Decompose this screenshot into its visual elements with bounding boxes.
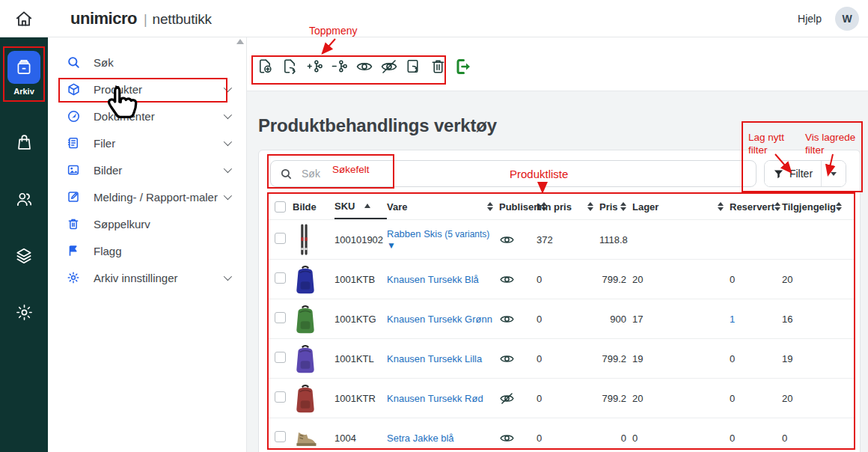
sidebar-item-label: Produkter — [94, 83, 142, 96]
sidebar-item-soppelkurv[interactable]: Søppelkurv — [48, 210, 246, 237]
rail-item-settings[interactable] — [15, 303, 34, 322]
column-header-reservert[interactable]: Reservert — [730, 194, 782, 219]
pris-cell: 900 — [599, 314, 632, 325]
pris-cell: 799.2 — [599, 274, 632, 285]
sku-cell: 1001KTB — [334, 274, 387, 285]
sort-asc-icon — [364, 204, 370, 208]
sidebar-item-label: Dokumenter — [94, 110, 155, 123]
remove-variant-icon[interactable] — [330, 57, 349, 76]
sidebar-item-label: Søppelkurv — [94, 218, 150, 230]
row-checkbox[interactable] — [275, 272, 286, 284]
published-eye-icon[interactable] — [499, 351, 531, 367]
column-header-tilgjengelig[interactable]: Tilgjengelig — [782, 194, 846, 219]
rail-item-modules[interactable] — [14, 246, 34, 266]
publish-eye-icon[interactable] — [355, 57, 373, 76]
row-checkbox[interactable] — [275, 233, 286, 244]
rail-item-arkiv[interactable]: Arkiv — [7, 51, 40, 96]
sidebar-item-produkter[interactable]: Produkter — [48, 76, 246, 103]
sidebar-item-flagg[interactable]: Flagg — [48, 237, 246, 264]
table-row: 1004 Setra Jakke blå 0 0 0 0 0 — [269, 418, 855, 452]
product-link[interactable]: Setra Jakke blå — [387, 433, 454, 444]
product-image-backpack — [293, 382, 328, 415]
column-header-vare[interactable]: Vare — [387, 194, 499, 219]
move-product-icon[interactable] — [404, 57, 423, 76]
filter-button-label: Filter — [789, 168, 813, 180]
export-icon[interactable] — [453, 57, 472, 76]
brand-divider: | — [144, 12, 147, 28]
column-header-lager[interactable]: Lager — [632, 194, 730, 219]
sidebar-item-maler[interactable]: Melding- / Rapport-maler — [48, 183, 246, 210]
inn-pris-cell: 0 — [537, 314, 599, 325]
delete-trash-icon[interactable] — [429, 57, 447, 76]
published-eye-icon[interactable] — [499, 311, 531, 327]
avatar[interactable]: W — [835, 7, 859, 31]
sidebar-item-label: Bilder — [94, 164, 122, 177]
product-link[interactable]: Knausen Tursekk Grønn — [387, 314, 492, 325]
product-link[interactable]: Rabben Skis (5 variants) ▼ — [387, 228, 489, 251]
column-header-sku[interactable]: SKU — [334, 194, 387, 219]
archive-icon — [14, 58, 34, 77]
column-header-pris[interactable]: Pris — [599, 194, 632, 219]
pris-cell: 799.2 — [599, 393, 632, 404]
product-link[interactable]: Knausen Tursekk Rød — [387, 393, 483, 404]
sidebar-scroll-up-icon[interactable] — [236, 39, 244, 44]
row-checkbox[interactable] — [275, 352, 286, 363]
add-variant-icon[interactable] — [305, 57, 324, 76]
unpublish-eye-off-icon[interactable] — [379, 57, 398, 76]
inn-pris-cell: 0 — [537, 353, 599, 364]
left-rail: Arkiv — [0, 37, 48, 452]
table-row: 100101902 Rabben Skis (5 variants) ▼ 372… — [269, 219, 855, 259]
reservert-cell[interactable]: 1 — [730, 314, 782, 325]
home-icon — [14, 9, 34, 28]
home-button[interactable] — [0, 9, 48, 28]
row-checkbox[interactable] — [275, 391, 286, 403]
brand-name: unimicro — [70, 9, 137, 28]
search-field[interactable] — [270, 160, 757, 187]
lager-cell: 0 — [632, 433, 730, 444]
chevron-down-icon — [224, 84, 232, 92]
published-eye-icon[interactable] — [499, 272, 531, 287]
search-input[interactable] — [302, 168, 391, 180]
sidebar-item-bilder[interactable]: Bilder — [48, 156, 246, 183]
sku-cell: 100101902 — [334, 234, 387, 245]
image-icon — [66, 163, 81, 177]
column-header-bilde[interactable]: Bilde — [293, 194, 334, 219]
product-table: Bilde SKU Vare Publisert Inn pris Pris L… — [269, 194, 855, 452]
help-link[interactable]: Hjelp — [798, 13, 822, 25]
published-eye-icon[interactable] — [499, 430, 531, 446]
sidebar: Søk Produkter Dokumenter Filer Bilder Me… — [48, 37, 247, 452]
lager-cell: 19 — [632, 353, 730, 364]
filter-button[interactable]: Filter — [765, 161, 822, 186]
sidebar-item-label: Filer — [94, 137, 115, 150]
trash-icon — [66, 217, 81, 230]
row-checkbox[interactable] — [275, 312, 286, 323]
pris-cell: 1118.8 — [599, 234, 632, 245]
duplicate-product-icon[interactable] — [281, 57, 299, 76]
rail-item-customers[interactable] — [14, 189, 34, 209]
product-link[interactable]: Knausen Tursekk Blå — [387, 274, 479, 285]
sidebar-item-dokumenter[interactable]: Dokumenter — [48, 103, 246, 129]
sidebar-item-sok[interactable]: Søk — [48, 49, 246, 76]
product-link[interactable]: Knausen Tursekk Lilla — [387, 353, 482, 364]
product-image-backpack — [293, 263, 328, 296]
gear-icon — [15, 303, 34, 322]
brand-suffix: nettbutikk — [153, 11, 212, 28]
tilgjengelig-cell: 0 — [782, 433, 846, 444]
lager-cell: 20 — [632, 393, 730, 404]
select-all-checkbox[interactable] — [275, 201, 286, 213]
filter-dropdown-button[interactable] — [822, 161, 846, 186]
inn-pris-cell: 0 — [537, 433, 599, 444]
column-header-publisert[interactable]: Publisert — [499, 194, 537, 219]
sidebar-item-arkiv-innstillinger[interactable]: Arkiv innstillinger — [48, 264, 246, 291]
sidebar-item-filer[interactable]: Filer — [48, 129, 246, 156]
published-eye-off-icon[interactable] — [499, 391, 531, 406]
product-panel: Filter Bilde SKU Vare Publisert Inn pris… — [258, 150, 861, 452]
reservert-cell: 0 — [730, 353, 782, 364]
rail-item-shop[interactable] — [15, 133, 34, 152]
published-eye-icon[interactable] — [499, 232, 531, 248]
sort-icon — [620, 202, 626, 211]
column-header-inn-pris[interactable]: Inn pris — [537, 194, 599, 219]
globe-icon — [66, 109, 81, 123]
row-checkbox[interactable] — [275, 431, 286, 442]
add-product-icon[interactable] — [256, 57, 275, 76]
